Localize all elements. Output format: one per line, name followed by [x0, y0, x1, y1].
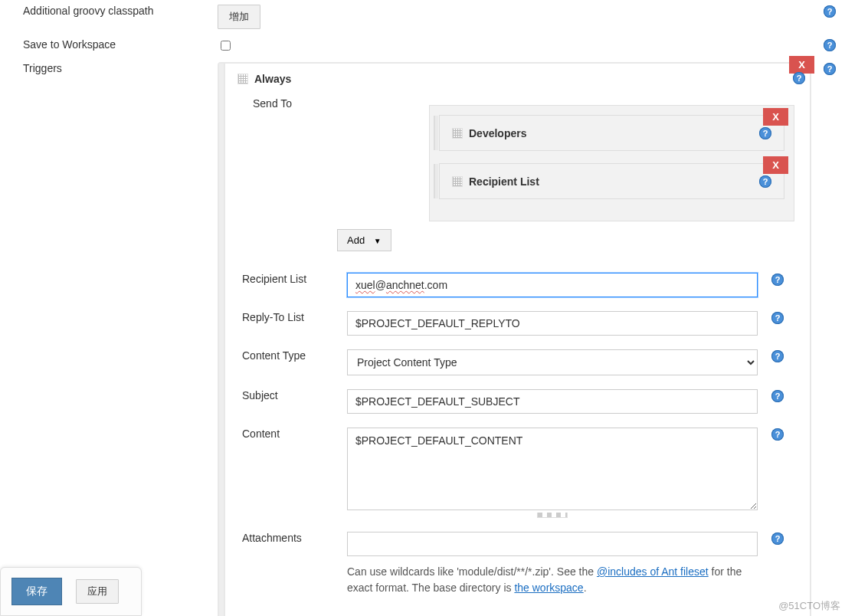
- grip-icon[interactable]: [452, 176, 463, 187]
- save-to-workspace-label: Save to Workspace: [0, 34, 215, 57]
- classpath-label: Additional groovy classpath: [0, 0, 215, 34]
- send-to-item-label: Developers: [469, 127, 526, 139]
- send-to-item-label: Recipient List: [469, 175, 539, 188]
- watermark-text: @51CTO博客: [778, 599, 840, 613]
- triggers-panel: X ? Always Send To: [218, 62, 811, 616]
- attachments-label: Attachments: [239, 526, 342, 602]
- send-to-panel: X Developers ? X: [429, 105, 794, 221]
- save-button[interactable]: 保存: [11, 578, 62, 605]
- classpath-add-button[interactable]: 增加: [218, 5, 260, 29]
- help-icon[interactable]: ?: [771, 390, 784, 402]
- grip-icon[interactable]: [237, 74, 248, 84]
- save-to-workspace-checkbox[interactable]: [221, 41, 231, 51]
- reply-to-input[interactable]: [347, 311, 758, 336]
- drag-handle[interactable]: [434, 164, 438, 198]
- attachments-input[interactable]: [347, 532, 758, 556]
- content-textarea[interactable]: $PROJECT_DEFAULT_CONTENT: [347, 428, 758, 510]
- add-button-label: Add: [347, 234, 365, 246]
- help-icon[interactable]: ?: [771, 532, 784, 545]
- help-icon[interactable]: ?: [759, 175, 771, 188]
- help-icon[interactable]: ?: [824, 63, 836, 75]
- recipient-list-label: Recipient List: [239, 267, 342, 303]
- subject-label: Subject: [239, 383, 342, 420]
- remove-developers-button[interactable]: X: [763, 108, 788, 126]
- send-to-label: Send To: [237, 97, 329, 251]
- help-icon[interactable]: ?: [771, 274, 784, 286]
- grip-icon[interactable]: [452, 128, 463, 139]
- content-type-select[interactable]: Project Content Type: [347, 349, 758, 375]
- recipient-list-input[interactable]: xuel@anchnet.com: [347, 273, 758, 297]
- resize-handle[interactable]: [537, 513, 568, 518]
- subject-input[interactable]: [347, 389, 758, 414]
- trigger-title: Always: [254, 73, 291, 85]
- help-icon[interactable]: ?: [771, 350, 784, 362]
- content-type-label: Content Type: [239, 343, 342, 382]
- content-label: Content: [239, 421, 342, 524]
- help-icon[interactable]: ?: [824, 39, 836, 51]
- drag-handle[interactable]: [434, 116, 438, 150]
- help-icon[interactable]: ?: [759, 127, 771, 139]
- triggers-label: Triggers: [0, 57, 215, 616]
- ant-fileset-link[interactable]: @includes of Ant fileset: [597, 565, 709, 578]
- help-icon[interactable]: ?: [771, 312, 784, 324]
- apply-button[interactable]: 应用: [76, 579, 119, 604]
- chevron-down-icon: ▼: [374, 237, 382, 245]
- send-to-item-recipient-list: X Recipient List ?: [439, 163, 784, 199]
- help-icon[interactable]: ?: [824, 5, 836, 18]
- reply-to-label: Reply-To List: [239, 305, 342, 342]
- attachments-note: Can use wildcards like 'module/dist/**/*…: [347, 564, 758, 596]
- help-icon[interactable]: ?: [771, 428, 784, 441]
- help-icon[interactable]: ?: [793, 72, 805, 84]
- bottom-action-bar: 保存 应用: [0, 567, 142, 616]
- send-to-item-developers: X Developers ?: [439, 115, 784, 151]
- add-send-to-button[interactable]: Add ▼: [337, 229, 391, 251]
- remove-recipient-list-button[interactable]: X: [763, 156, 788, 174]
- workspace-link[interactable]: the workspace: [514, 582, 583, 594]
